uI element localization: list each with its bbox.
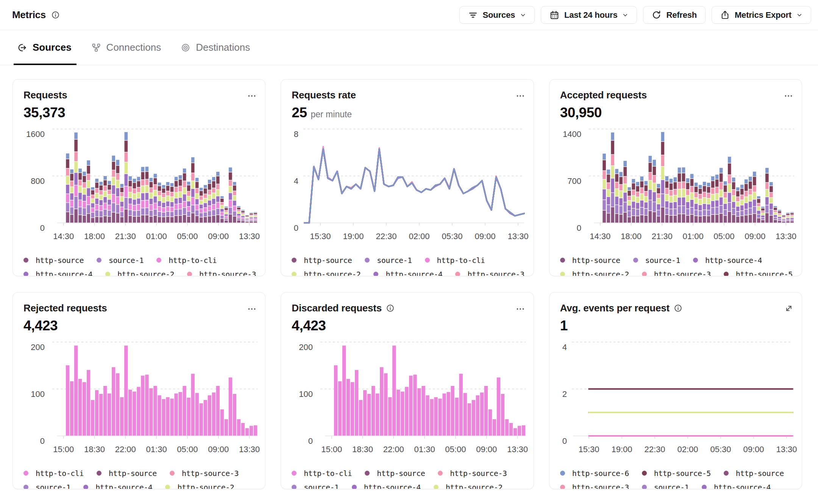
- svg-text:2: 2: [562, 389, 567, 399]
- legend-item-source-1[interactable]: source-1: [23, 480, 70, 489]
- button-label: Refresh: [666, 10, 697, 20]
- card-head: Avg. events per request: [560, 302, 793, 314]
- legend-item-source-1[interactable]: source-1: [97, 253, 144, 267]
- chart-area: 0800160014:3018:0021:3001:0005:0009:0013…: [23, 125, 257, 243]
- legend-item-http-source-3[interactable]: http-source-3: [170, 466, 239, 480]
- chart-area: 0700140014:3018:0021:3001:0005:0009:0013…: [560, 125, 793, 243]
- legend-item-http-source[interactable]: http-source: [292, 253, 352, 267]
- card-avg-events-per-request: Avg. events per request 1 02415:3019:002…: [549, 292, 802, 489]
- legend-dot: [97, 471, 101, 476]
- ellipsis-icon[interactable]: [515, 302, 525, 314]
- info-icon[interactable]: [386, 304, 394, 312]
- svg-text:21:30: 21:30: [115, 232, 136, 241]
- legend-label: http-source: [36, 256, 84, 265]
- svg-text:15:00: 15:00: [53, 445, 74, 454]
- svg-text:05:00: 05:00: [445, 445, 466, 454]
- chart-legend: http-sourcesource-1http-to-clihttp-sourc…: [292, 253, 525, 276]
- legend-item-http-source-4[interactable]: http-source-4: [702, 480, 771, 489]
- legend-item-http-source-2[interactable]: http-source-2: [434, 480, 503, 489]
- ellipsis-icon[interactable]: [247, 89, 257, 101]
- metrics-grid: Requests 35,373 0800160014:3018:0021:300…: [0, 65, 818, 489]
- legend-item-http-source[interactable]: http-source: [724, 466, 784, 480]
- ellipsis-icon[interactable]: [247, 302, 257, 314]
- svg-text:09:00: 09:00: [743, 445, 764, 454]
- ellipsis-icon[interactable]: [515, 89, 525, 101]
- legend-item-http-source-4[interactable]: http-source-4: [352, 480, 421, 489]
- legend-item-http-source[interactable]: http-source: [560, 253, 620, 267]
- card-head: Accepted requests: [560, 89, 793, 101]
- legend-item-http-source-3[interactable]: http-source-3: [560, 480, 629, 489]
- legend-item-source-1[interactable]: source-1: [292, 480, 339, 489]
- legend-item-http-source-2[interactable]: http-source-2: [105, 267, 174, 276]
- chart-legend: http-sourcesource-1http-to-clihttp-sourc…: [23, 253, 257, 276]
- legend-item-http-source-4[interactable]: http-source-4: [693, 253, 762, 267]
- chart-area: 010020015:0018:3022:0001:3005:0009:0013:…: [23, 338, 257, 456]
- legend-item-http-to-cli[interactable]: http-to-cli: [292, 466, 352, 480]
- card-stat-row: 4,423: [23, 318, 257, 334]
- legend-item-http-source-6[interactable]: http-source-6: [560, 466, 629, 480]
- legend-item-http-source[interactable]: http-source: [365, 466, 425, 480]
- legend-dot: [97, 258, 101, 263]
- legend-item-http-source-5[interactable]: http-source-5: [642, 466, 711, 480]
- card-title-group: Avg. events per request: [560, 302, 682, 314]
- info-icon[interactable]: [674, 304, 682, 312]
- legend-dot: [693, 258, 698, 263]
- svg-text:22:00: 22:00: [383, 445, 404, 454]
- ellipsis-icon[interactable]: [784, 89, 793, 101]
- svg-text:22:30: 22:30: [644, 445, 665, 454]
- metrics-export-button[interactable]: Metrics Export: [712, 6, 811, 24]
- legend-item-http-to-cli[interactable]: http-to-cli: [23, 466, 84, 480]
- button-label: Sources: [483, 10, 515, 20]
- legend-item-source-1[interactable]: source-1: [642, 480, 689, 489]
- legend-item-source-1[interactable]: source-1: [365, 253, 412, 267]
- legend-label: http-source: [304, 256, 352, 265]
- card-discarded-requests: Discarded requests 4,423 010020015:0018:…: [281, 292, 534, 489]
- legend-item-http-to-cli[interactable]: http-to-cli: [156, 253, 217, 267]
- legend-item-http-source-2[interactable]: http-source-2: [165, 480, 234, 489]
- legend-label: http-source-5: [736, 270, 793, 277]
- legend-dot: [187, 272, 192, 276]
- legend-item-http-source-3[interactable]: http-source-3: [438, 466, 507, 480]
- tab-sources[interactable]: Sources: [18, 30, 72, 65]
- legend-item-http-source-4[interactable]: http-source-4: [83, 480, 152, 489]
- legend-item-http-source-3[interactable]: http-source-3: [642, 267, 711, 276]
- legend-item-http-source-4[interactable]: http-source-4: [373, 267, 442, 276]
- legend-item-http-source-3[interactable]: http-source-3: [187, 267, 256, 276]
- legend-item-http-source-2[interactable]: http-source-2: [292, 267, 361, 276]
- legend-label: source-1: [36, 483, 70, 490]
- refresh-button[interactable]: Refresh: [643, 6, 706, 24]
- chevron-down-icon: [796, 12, 802, 18]
- legend-dot: [373, 272, 378, 276]
- info-icon[interactable]: [52, 11, 59, 19]
- svg-text:100: 100: [299, 389, 313, 399]
- chart-area: 04815:3019:0022:3002:0005:3009:0013:30: [292, 125, 525, 243]
- legend-item-http-source-3[interactable]: http-source-3: [455, 267, 524, 276]
- legend-item-http-source-2[interactable]: http-source-2: [560, 267, 629, 276]
- legend-item-http-source-5[interactable]: http-source-5: [724, 267, 793, 276]
- svg-text:0: 0: [40, 223, 45, 233]
- chart-area: 010020015:0018:3022:0001:3005:0009:0013:…: [292, 338, 525, 456]
- svg-text:05:00: 05:00: [713, 232, 734, 241]
- sources-filter-button[interactable]: Sources: [459, 6, 535, 24]
- destination-icon: [181, 43, 190, 52]
- legend-item-http-source[interactable]: http-source: [23, 253, 84, 267]
- legend-item-http-source[interactable]: http-source: [97, 466, 157, 480]
- legend-dot: [560, 272, 565, 276]
- svg-text:09:00: 09:00: [208, 232, 229, 241]
- svg-text:09:00: 09:00: [476, 445, 497, 454]
- card-title: Accepted requests: [560, 89, 647, 101]
- tab-connections[interactable]: Connections: [92, 30, 161, 65]
- legend-dot: [105, 272, 110, 276]
- svg-text:01:30: 01:30: [146, 445, 167, 454]
- legend-item-source-1[interactable]: source-1: [633, 253, 680, 267]
- tab-destinations[interactable]: Destinations: [181, 30, 250, 65]
- card-head: Requests: [23, 89, 257, 101]
- expand-icon[interactable]: [784, 302, 793, 313]
- svg-text:15:30: 15:30: [310, 232, 331, 241]
- legend-item-http-source-4[interactable]: http-source-4: [23, 267, 92, 276]
- legend-item-http-to-cli[interactable]: http-to-cli: [425, 253, 485, 267]
- card-title: Requests rate: [292, 89, 356, 101]
- card-title: Avg. events per request: [560, 302, 670, 314]
- date-range-button[interactable]: Last 24 hours: [541, 6, 637, 24]
- legend-dot: [83, 485, 88, 489]
